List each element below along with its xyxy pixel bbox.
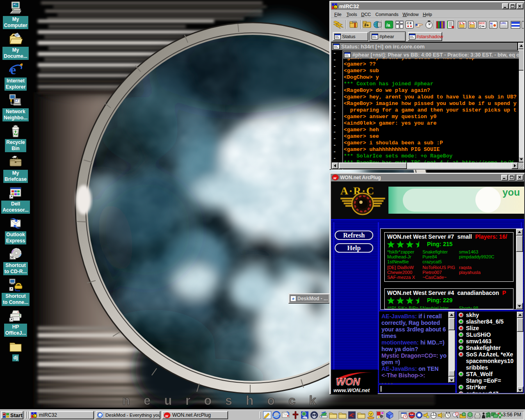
svg-text:#+: #+ xyxy=(364,23,369,27)
svg-text:neuroshock: neuroshock xyxy=(122,393,330,408)
svg-text:w: w xyxy=(333,176,337,180)
svg-text:e: e xyxy=(10,63,16,76)
svg-text:/a: /a xyxy=(386,23,390,27)
svg-text:you: you xyxy=(502,187,520,198)
svg-text:w: w xyxy=(165,413,169,418)
svg-text:DCC: DCC xyxy=(479,22,485,25)
svg-text:www.WON.net: www.WON.net xyxy=(333,387,370,393)
svg-text:N: N xyxy=(490,22,493,25)
svg-text:C E: C E xyxy=(407,22,412,25)
svg-text:WON: WON xyxy=(336,376,360,387)
svg-text:URL: URL xyxy=(500,21,507,25)
